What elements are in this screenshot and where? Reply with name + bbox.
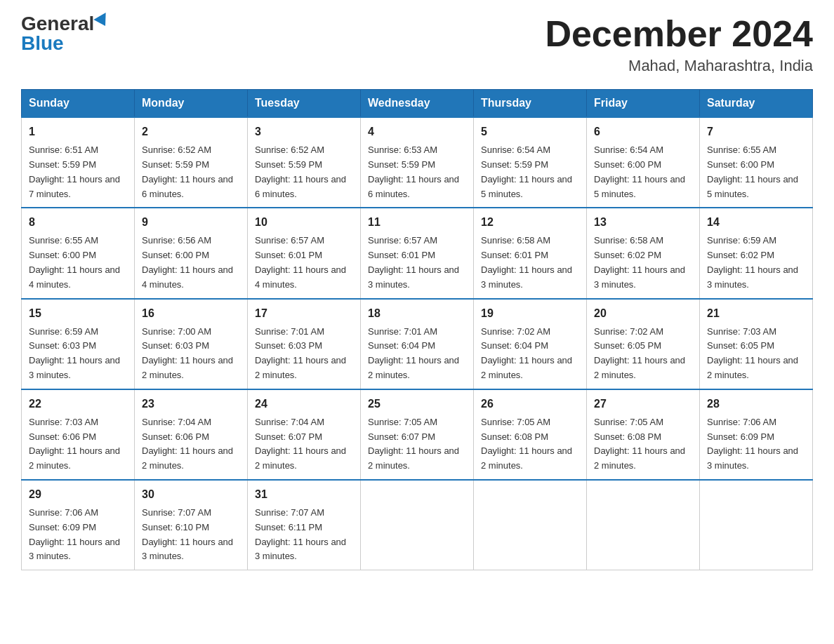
calendar-week-row: 1Sunrise: 6:51 AMSunset: 5:59 PMDaylight… [22, 117, 813, 208]
day-number: 24 [255, 396, 353, 412]
calendar-cell: 16Sunrise: 7:00 AMSunset: 6:03 PMDayligh… [135, 299, 248, 389]
day-number: 11 [368, 214, 466, 231]
day-number: 26 [481, 396, 579, 412]
day-number: 19 [481, 305, 579, 322]
day-info: Sunrise: 7:03 AMSunset: 6:05 PMDaylight:… [707, 325, 805, 383]
day-number: 22 [29, 396, 127, 412]
day-info: Sunrise: 7:05 AMSunset: 6:08 PMDaylight:… [594, 415, 692, 474]
calendar-cell: 12Sunrise: 6:58 AMSunset: 6:01 PMDayligh… [474, 208, 587, 298]
calendar-week-row: 22Sunrise: 7:03 AMSunset: 6:06 PMDayligh… [22, 389, 813, 480]
calendar-day-header: Tuesday [248, 90, 361, 118]
calendar-cell: 10Sunrise: 6:57 AMSunset: 6:01 PMDayligh… [248, 208, 361, 298]
calendar-week-row: 29Sunrise: 7:06 AMSunset: 6:09 PMDayligh… [22, 480, 813, 570]
day-number: 13 [594, 214, 692, 231]
day-info: Sunrise: 6:56 AMSunset: 6:00 PMDaylight:… [142, 234, 240, 292]
calendar-cell: 18Sunrise: 7:01 AMSunset: 6:04 PMDayligh… [361, 299, 474, 389]
calendar-cell [700, 480, 813, 570]
calendar-day-header: Thursday [474, 90, 587, 118]
logo-triangle-icon [94, 13, 112, 29]
calendar-day-header: Sunday [22, 90, 135, 118]
day-number: 12 [481, 214, 579, 231]
day-info: Sunrise: 7:04 AMSunset: 6:07 PMDaylight:… [255, 415, 353, 474]
calendar-cell: 3Sunrise: 6:52 AMSunset: 5:59 PMDaylight… [248, 117, 361, 208]
month-title: December 2024 [545, 14, 813, 54]
calendar-cell: 29Sunrise: 7:06 AMSunset: 6:09 PMDayligh… [22, 480, 135, 570]
day-number: 16 [142, 305, 240, 322]
day-number: 27 [594, 396, 692, 412]
day-info: Sunrise: 7:03 AMSunset: 6:06 PMDaylight:… [29, 415, 127, 474]
logo-general-text: General [21, 14, 94, 34]
day-number: 2 [142, 123, 240, 140]
day-number: 28 [707, 396, 805, 412]
calendar-cell: 11Sunrise: 6:57 AMSunset: 6:01 PMDayligh… [361, 208, 474, 298]
calendar-cell: 22Sunrise: 7:03 AMSunset: 6:06 PMDayligh… [22, 389, 135, 480]
day-info: Sunrise: 6:55 AMSunset: 6:00 PMDaylight:… [29, 234, 127, 292]
day-number: 6 [594, 123, 692, 140]
day-info: Sunrise: 6:52 AMSunset: 5:59 PMDaylight:… [142, 143, 240, 201]
calendar-cell: 21Sunrise: 7:03 AMSunset: 6:05 PMDayligh… [700, 299, 813, 389]
calendar-week-row: 15Sunrise: 6:59 AMSunset: 6:03 PMDayligh… [22, 299, 813, 389]
calendar-cell: 24Sunrise: 7:04 AMSunset: 6:07 PMDayligh… [248, 389, 361, 480]
logo-blue-text: Blue [21, 34, 64, 53]
day-number: 7 [707, 123, 805, 140]
day-number: 4 [368, 123, 466, 140]
day-number: 20 [594, 305, 692, 322]
day-info: Sunrise: 6:54 AMSunset: 5:59 PMDaylight:… [481, 143, 579, 201]
day-info: Sunrise: 7:05 AMSunset: 6:08 PMDaylight:… [481, 415, 579, 474]
day-number: 23 [142, 396, 240, 412]
calendar-cell: 4Sunrise: 6:53 AMSunset: 5:59 PMDaylight… [361, 117, 474, 208]
calendar-day-header: Wednesday [361, 90, 474, 118]
calendar-table: SundayMondayTuesdayWednesdayThursdayFrid… [21, 89, 813, 570]
day-number: 10 [255, 214, 353, 231]
calendar-cell: 31Sunrise: 7:07 AMSunset: 6:11 PMDayligh… [248, 480, 361, 570]
calendar-cell: 8Sunrise: 6:55 AMSunset: 6:00 PMDaylight… [22, 208, 135, 298]
day-info: Sunrise: 7:06 AMSunset: 6:09 PMDaylight:… [29, 506, 127, 564]
day-info: Sunrise: 7:04 AMSunset: 6:06 PMDaylight:… [142, 415, 240, 474]
calendar-cell: 2Sunrise: 6:52 AMSunset: 5:59 PMDaylight… [135, 117, 248, 208]
page-header: General Blue December 2024 Mahad, Mahara… [21, 14, 813, 75]
calendar-cell: 1Sunrise: 6:51 AMSunset: 5:59 PMDaylight… [22, 117, 135, 208]
calendar-cell: 7Sunrise: 6:55 AMSunset: 6:00 PMDaylight… [700, 117, 813, 208]
day-number: 5 [481, 123, 579, 140]
day-info: Sunrise: 7:01 AMSunset: 6:03 PMDaylight:… [255, 325, 353, 383]
day-number: 14 [707, 214, 805, 231]
day-info: Sunrise: 7:07 AMSunset: 6:11 PMDaylight:… [255, 506, 353, 564]
day-info: Sunrise: 7:02 AMSunset: 6:04 PMDaylight:… [481, 325, 579, 383]
calendar-day-header: Monday [135, 90, 248, 118]
day-number: 1 [29, 123, 127, 140]
day-info: Sunrise: 7:00 AMSunset: 6:03 PMDaylight:… [142, 325, 240, 383]
day-number: 3 [255, 123, 353, 140]
day-number: 17 [255, 305, 353, 322]
calendar-cell [474, 480, 587, 570]
day-number: 8 [29, 214, 127, 231]
calendar-cell: 14Sunrise: 6:59 AMSunset: 6:02 PMDayligh… [700, 208, 813, 298]
day-number: 18 [368, 305, 466, 322]
day-info: Sunrise: 7:02 AMSunset: 6:05 PMDaylight:… [594, 325, 692, 383]
day-info: Sunrise: 6:58 AMSunset: 6:01 PMDaylight:… [481, 234, 579, 292]
day-info: Sunrise: 6:53 AMSunset: 5:59 PMDaylight:… [368, 143, 466, 201]
day-number: 9 [142, 214, 240, 231]
calendar-week-row: 8Sunrise: 6:55 AMSunset: 6:00 PMDaylight… [22, 208, 813, 298]
day-info: Sunrise: 6:57 AMSunset: 6:01 PMDaylight:… [255, 234, 353, 292]
calendar-cell: 25Sunrise: 7:05 AMSunset: 6:07 PMDayligh… [361, 389, 474, 480]
day-info: Sunrise: 6:57 AMSunset: 6:01 PMDaylight:… [368, 234, 466, 292]
calendar-cell: 5Sunrise: 6:54 AMSunset: 5:59 PMDaylight… [474, 117, 587, 208]
day-info: Sunrise: 6:51 AMSunset: 5:59 PMDaylight:… [29, 143, 127, 201]
calendar-cell: 20Sunrise: 7:02 AMSunset: 6:05 PMDayligh… [587, 299, 700, 389]
calendar-cell: 13Sunrise: 6:58 AMSunset: 6:02 PMDayligh… [587, 208, 700, 298]
calendar-cell: 26Sunrise: 7:05 AMSunset: 6:08 PMDayligh… [474, 389, 587, 480]
calendar-cell [361, 480, 474, 570]
calendar-cell: 30Sunrise: 7:07 AMSunset: 6:10 PMDayligh… [135, 480, 248, 570]
calendar-day-header: Friday [587, 90, 700, 118]
calendar-cell: 19Sunrise: 7:02 AMSunset: 6:04 PMDayligh… [474, 299, 587, 389]
day-number: 31 [255, 486, 353, 503]
calendar-cell: 23Sunrise: 7:04 AMSunset: 6:06 PMDayligh… [135, 389, 248, 480]
calendar-cell: 9Sunrise: 6:56 AMSunset: 6:00 PMDaylight… [135, 208, 248, 298]
day-number: 30 [142, 486, 240, 503]
day-info: Sunrise: 6:52 AMSunset: 5:59 PMDaylight:… [255, 143, 353, 201]
day-number: 25 [368, 396, 466, 412]
day-number: 15 [29, 305, 127, 322]
day-info: Sunrise: 7:06 AMSunset: 6:09 PMDaylight:… [707, 415, 805, 474]
calendar-cell: 27Sunrise: 7:05 AMSunset: 6:08 PMDayligh… [587, 389, 700, 480]
calendar-header-row: SundayMondayTuesdayWednesdayThursdayFrid… [22, 90, 813, 118]
